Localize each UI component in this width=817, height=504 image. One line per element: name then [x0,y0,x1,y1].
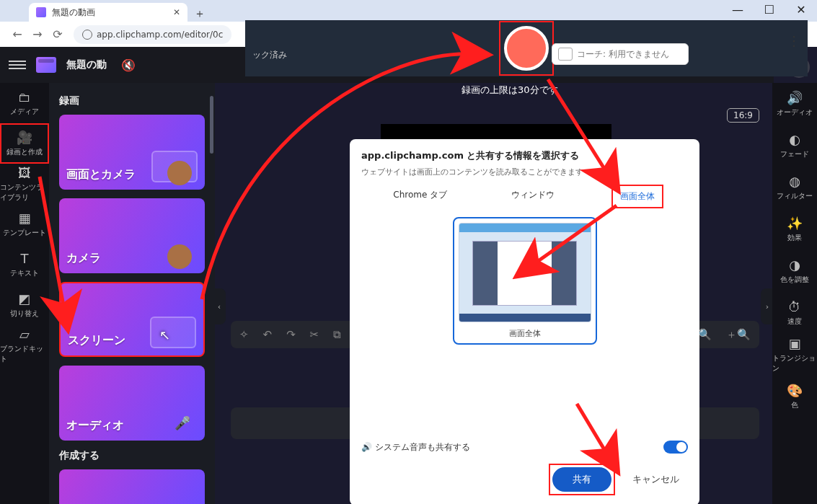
nav-text[interactable]: Tテキスト [0,244,49,285]
undo-icon[interactable]: ↶ [263,328,273,341]
section-record: 録画 [59,94,205,107]
minimize-button[interactable]: — [722,0,754,19]
maximize-button[interactable]: ☐ [754,0,785,19]
record-button[interactable] [504,26,549,71]
share-button[interactable]: 共有 [552,467,611,492]
panel-collapse-button[interactable]: ‹ [213,288,226,324]
copy-icon[interactable]: ⧉ [333,328,341,341]
dialog-buttons: 共有 キャンセル [361,464,688,495]
left-nav: 🗀メディア 🎥録画と作成 🖼コンテンツライブラリ ▦テンプレート Tテキスト ◩… [0,83,49,504]
share-preview-area: 画面全体 [361,216,688,436]
sparkle-icon: ✨ [787,216,803,231]
window-controls: — ☐ ✕ [722,0,817,19]
nav-transitions[interactable]: ◩切り替え [0,285,49,325]
nav-content-library[interactable]: 🖼コンテンツライブラリ [0,164,49,204]
library-icon: 🖼 [18,165,31,180]
share-audio-label: 🔊 システム音声も共有する [361,441,470,454]
mute-icon[interactable]: 🔇 [121,58,136,72]
tab-entire-screen[interactable]: 画面全体 [611,185,663,208]
forward-icon[interactable]: → [27,25,48,45]
filter-icon: ◍ [789,174,800,189]
screen-option-entire[interactable]: 画面全体 [453,217,597,345]
gauge-icon: ⏱ [788,299,801,314]
url-text: app.clipchamp.com/editor/0c [97,30,223,40]
share-audio-toggle[interactable] [663,441,688,454]
new-tab-button[interactable]: ＋ [192,6,208,22]
project-title[interactable]: 無題の動 [66,58,107,71]
recordbar-menu-icon[interactable]: ⋮ [787,33,800,48]
section-create: 作成する [59,449,205,462]
nav-media[interactable]: 🗀メディア [0,83,49,123]
reload-icon[interactable]: ⟳ [48,25,68,45]
site-tune-icon [82,30,92,40]
nav-record-create[interactable]: 🎥録画と作成 [0,123,49,164]
brandkit-icon: ▱ [19,327,30,342]
url-bar[interactable]: app.clipchamp.com/editor/0c [74,25,231,44]
panel-scrollbar[interactable] [210,96,213,154]
nav-brandkit[interactable]: ▱ブランドキット [0,325,49,366]
tab-chrome-tab[interactable]: Chrome タブ [386,185,454,208]
text-icon: T [21,251,29,266]
mic-icon: 🎤 [175,415,190,430]
record-button-highlight [499,21,554,76]
card-create-placeholder[interactable] [59,469,205,504]
palette-icon: 🎨 [787,383,803,398]
dialog-tabs: Chrome タブ ウィンドウ 画面全体 [361,185,688,208]
video-icon: 🎥 [17,130,32,145]
rnav-effects[interactable]: ✨効果 [772,208,817,250]
share-audio-row: 🔊 システム音声も共有する [361,436,688,458]
share-dialog: app.clipchamp.com と共有する情報を選択する ウェブサイトは画面… [350,139,699,504]
person-avatar-illustration [167,244,192,269]
magic-icon[interactable]: ✧ [239,328,249,341]
rnav-adjust[interactable]: ◑色を調整 [772,250,817,292]
tab-close-icon[interactable]: ✕ [173,7,180,17]
clipchamp-logo [36,57,56,73]
rnav-fade[interactable]: ◐フェード [772,125,817,167]
right-nav: 🔊オーディオ ◐フェード ◍フィルター ✨効果 ◑色を調整 ⏱速度 ▣トランジシ… [772,83,817,504]
rnav-transition[interactable]: ▣トランジション [772,334,817,376]
rnav-speed[interactable]: ⏱速度 [772,292,817,334]
tab-title: 無題の動画 [52,6,95,19]
transition-icon: ◩ [18,291,30,306]
fade-icon: ◐ [789,132,800,147]
rnav-filter[interactable]: ◍フィルター [772,167,817,208]
transition-icon: ▣ [788,336,800,351]
screen-option-caption: 画面全体 [459,328,591,339]
rnav-audio[interactable]: 🔊オーディオ [772,83,817,125]
record-limit-text: 録画の上限は30分です [462,84,558,97]
record-control-bar: ック済み ⋮ [245,20,808,76]
card-screen[interactable]: ↖ スクリーン [59,282,205,357]
cut-icon[interactable]: ✂ [310,328,319,341]
nav-templates[interactable]: ▦テンプレート [0,204,49,244]
back-icon[interactable]: ← [7,25,27,45]
media-panel: 録画 画面とカメラ カメラ ↖ スクリーン 🎤 オーディオ 作成する [49,83,215,504]
screen-thumbnail [459,223,591,322]
coach-pill: コーチ: 利用できません [552,43,689,65]
zoom-in-icon[interactable]: ＋🔍 [726,328,751,342]
rnav-color[interactable]: 🎨色 [772,376,817,417]
tab-favicon [36,7,46,17]
cancel-button[interactable]: キャンセル [624,467,688,492]
dialog-title: app.clipchamp.com と共有する情報を選択する [361,149,688,162]
coach-icon [558,48,573,61]
share-button-highlight: 共有 [549,464,615,495]
tab-strip: 無題の動画 ✕ ＋ [0,0,817,22]
screen-illustration [150,317,196,348]
coach-text: コーチ: 利用できません [577,48,669,61]
card-camera[interactable]: カメラ [59,198,205,273]
browser-tab[interactable]: 無題の動画 ✕ [29,3,187,22]
hamburger-icon[interactable] [9,58,26,71]
template-icon: ▦ [18,211,30,226]
folder-icon: 🗀 [18,89,31,105]
speaker-icon: 🔊 [787,90,803,105]
close-window-button[interactable]: ✕ [785,0,817,19]
aspect-ratio-button[interactable]: 16:9 [727,108,759,123]
card-audio[interactable]: 🎤 オーディオ [59,366,205,441]
person-avatar-illustration [167,161,192,185]
tab-window[interactable]: ウィンドウ [504,185,562,208]
contrast-icon: ◑ [789,257,800,273]
record-status-text: ック済み [252,49,287,61]
redo-icon[interactable]: ↷ [286,328,296,341]
dialog-subtitle: ウェブサイトは画面上のコンテンツを読み取ることができます [361,167,688,177]
card-screen-and-camera[interactable]: 画面とカメラ [59,115,205,190]
